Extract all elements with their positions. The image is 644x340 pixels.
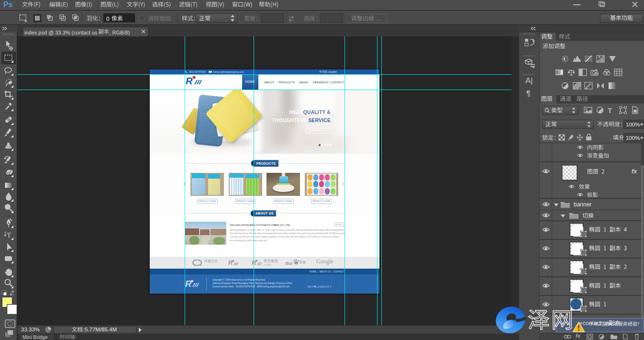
svg-text:T: T [7, 231, 11, 239]
svg-text:R: R [186, 76, 193, 86]
svg-text:R: R [252, 259, 256, 266]
svg-text:Bai: Bai [286, 261, 292, 266]
svg-text:R: R [228, 259, 233, 266]
svg-text:R: R [185, 279, 191, 289]
